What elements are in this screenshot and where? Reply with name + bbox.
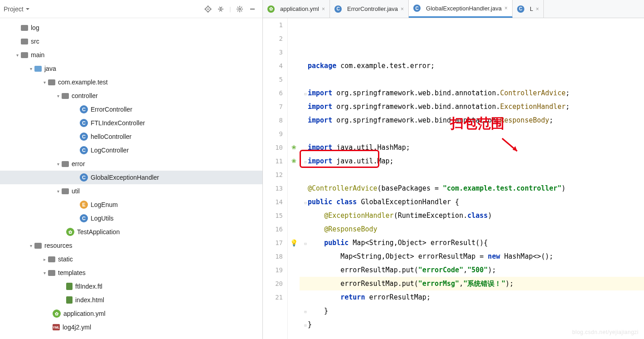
code-line[interactable]: return errorResultMap; <box>300 290 644 304</box>
tree-node[interactable]: ▾com.example.test <box>0 75 262 89</box>
tab-label: application.yml <box>280 5 319 12</box>
code-line[interactable]: ⊡import java.util.Map; <box>300 154 644 168</box>
code-line[interactable]: Map<String,Object> errorResultMap = new … <box>300 250 644 263</box>
code-line[interactable]: @ControllerAdvice(basePackages = "com.ex… <box>300 182 644 195</box>
tree-node[interactable]: ▸static <box>0 252 262 266</box>
class-icon <box>80 133 88 141</box>
tree-node[interactable]: ftlIndex.ftl <box>0 280 262 293</box>
tree-node[interactable]: TestApplication <box>0 225 262 239</box>
sidebar-title[interactable]: Project <box>4 5 30 13</box>
fold-icon[interactable]: ⊟ <box>303 196 308 210</box>
target-icon[interactable] <box>202 3 214 15</box>
chevron-icon[interactable]: ▾ <box>41 270 48 275</box>
minimize-icon[interactable] <box>246 3 259 15</box>
code-line[interactable]: ⊡ } <box>300 304 644 318</box>
code-line[interactable]: @ResponseBody <box>300 222 644 236</box>
line-number: 6 <box>263 86 283 100</box>
code-line[interactable]: import org.springframework.web.bind.anno… <box>300 113 644 127</box>
tree-node[interactable]: ▾java <box>0 62 262 75</box>
code-line[interactable]: import java.util.HashMap; <box>300 141 644 154</box>
editor-tab[interactable]: application.yml× <box>263 0 330 18</box>
folder-icon <box>48 256 55 262</box>
tab-close-icon[interactable]: × <box>536 6 539 12</box>
tab-close-icon[interactable]: × <box>504 5 508 11</box>
tree-node[interactable]: application.yml <box>0 307 262 320</box>
divider: | <box>227 3 233 15</box>
chevron-icon[interactable]: ▾ <box>54 189 62 194</box>
code-line[interactable]: import org.springframework.web.bind.anno… <box>300 100 644 113</box>
spring-bean-icon[interactable]: ❀ <box>291 154 296 168</box>
sidebar-title-text: Project <box>4 5 24 13</box>
editor-tab[interactable]: ErrorController.java× <box>330 0 409 18</box>
code-line[interactable] <box>300 168 644 182</box>
gutter-icon-slot <box>288 250 300 263</box>
gutter-icon-slot <box>288 168 300 182</box>
tree-node-label: helloController <box>91 133 131 140</box>
code-line[interactable]: @ExceptionHandler(RuntimeException.class… <box>300 209 644 222</box>
gutter-icon-slot <box>288 222 300 236</box>
tree-node-label: log4j2.yml <box>63 324 91 331</box>
fold-icon[interactable]: ⊡ <box>303 155 308 169</box>
tree-node[interactable]: ▾error <box>0 157 262 171</box>
enum-icon <box>80 201 88 209</box>
code-line[interactable]: ⊟import org.springframework.web.bind.ann… <box>300 86 644 100</box>
tree-node[interactable]: LogController <box>0 143 262 157</box>
tree-node[interactable]: GlobalExceptionHandler <box>0 171 262 184</box>
code-line[interactable]: ⊟ public Map<String,Object> errorResult(… <box>300 236 644 250</box>
code-line[interactable] <box>300 73 644 86</box>
code-line[interactable]: errorResultMap.put("errorMsg","系统错误！"); <box>300 277 644 290</box>
code-line[interactable] <box>300 127 644 141</box>
tree-node[interactable]: ▾util <box>0 184 262 198</box>
tree-node-label: log <box>31 24 39 31</box>
tree-node[interactable]: ErrorController <box>0 103 262 116</box>
line-number: 8 <box>263 113 283 127</box>
editor-tab[interactable]: GlobalExceptionHandler.java× <box>409 0 513 18</box>
tree-node[interactable]: src <box>0 34 262 48</box>
line-number: 14 <box>263 195 283 209</box>
line-gutter: 123456789101112131415161718192021 <box>263 18 288 339</box>
spring-icon <box>66 228 74 236</box>
tree-node[interactable]: ▾main <box>0 48 262 62</box>
gutter-icon-slot <box>288 86 300 100</box>
gutter-icon-slot <box>288 290 300 304</box>
fold-icon[interactable]: ⊟ <box>303 87 308 101</box>
code-line[interactable]: ⊟public class GlobalExceptionHandler { <box>300 195 644 209</box>
tab-close-icon[interactable]: × <box>322 6 325 12</box>
fold-icon[interactable]: ⊟ <box>303 237 308 251</box>
tree-node[interactable]: ▾resources <box>0 239 262 252</box>
tree-node[interactable]: log <box>0 21 262 34</box>
code-line[interactable]: errorResultMap.put("errorCode","500"); <box>300 263 644 277</box>
tree-node[interactable]: ▾controller <box>0 89 262 103</box>
code-line[interactable]: package com.example.test.error; <box>300 59 644 73</box>
gear-icon[interactable] <box>233 3 246 15</box>
line-number: 13 <box>263 182 283 195</box>
folder-icon <box>34 243 42 249</box>
chevron-icon[interactable]: ▾ <box>54 162 62 167</box>
chevron-icon[interactable]: ▸ <box>41 257 48 262</box>
tab-close-icon[interactable]: × <box>401 6 404 12</box>
tree-node[interactable]: LogEnum <box>0 198 262 211</box>
yml-icon <box>53 324 60 330</box>
chevron-icon[interactable]: ▾ <box>27 66 34 71</box>
line-number: 20 <box>263 277 283 290</box>
project-tree[interactable]: logsrc▾main▾java▾com.example.test▾contro… <box>0 18 262 339</box>
tree-node[interactable]: FTLIndexController <box>0 116 262 130</box>
chevron-icon[interactable]: ▾ <box>27 243 34 248</box>
editor-tab[interactable]: L× <box>513 0 544 18</box>
code-area[interactable]: 扫包范围 package com.example.test.error;⊟imp… <box>300 18 644 339</box>
tree-node[interactable]: log4j2.yml <box>0 320 262 334</box>
chevron-icon[interactable]: ▾ <box>41 80 48 85</box>
bulb-icon[interactable]: 💡 <box>290 236 298 250</box>
tree-node[interactable]: LogUtils <box>0 211 262 225</box>
spring-icon <box>53 310 61 318</box>
sidebar-header: Project | <box>0 0 262 18</box>
fold-icon[interactable]: ⊡ <box>303 305 308 319</box>
chevron-icon[interactable]: ▾ <box>14 53 21 58</box>
tree-node[interactable]: ▾templates <box>0 266 262 280</box>
fold-icon[interactable]: ⊡ <box>303 319 308 332</box>
tree-node[interactable]: helloController <box>0 130 262 143</box>
spring-bean-icon[interactable]: ❀ <box>291 141 296 154</box>
tree-node[interactable]: index.html <box>0 293 262 307</box>
collapse-icon[interactable] <box>214 3 227 15</box>
chevron-icon[interactable]: ▾ <box>54 93 62 98</box>
